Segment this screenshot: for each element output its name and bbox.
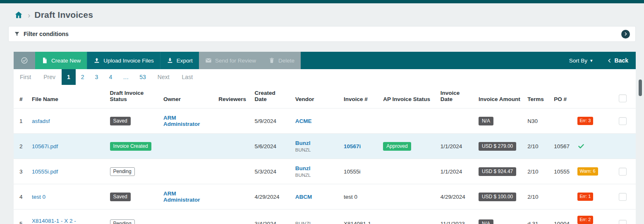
filter-conditions-bar[interactable]: Filter conditions (8, 26, 636, 42)
file-name-link[interactable]: test 0 (32, 194, 45, 200)
upload-invoice-files-button[interactable]: Upload Invoice Files (87, 52, 160, 69)
download-icon (167, 57, 173, 64)
column-header-invoice-: Invoice # (340, 85, 380, 108)
vendor-cell: BunzlBUNZL (292, 159, 340, 184)
vendor-link[interactable]: ACME (295, 118, 312, 124)
pagination-page-1[interactable]: 1 (62, 69, 76, 85)
select-all-checkbox[interactable] (619, 94, 627, 102)
draft-status-cell: Saved (107, 108, 160, 134)
column-header-owner: Owner (160, 85, 215, 108)
pagination-last[interactable]: Last (176, 69, 199, 85)
vendor-cell: ABCM (292, 184, 340, 210)
amount-badge: N/A (479, 117, 493, 125)
vendor-link[interactable]: Bunzl (295, 140, 311, 146)
filter-expand-button[interactable] (621, 30, 630, 39)
pagination-page-2[interactable]: 2 (76, 69, 90, 85)
filter-label: Filter conditions (24, 31, 69, 37)
checkbox-cell (615, 184, 636, 210)
po-number-cell (551, 184, 574, 210)
checkbox-cell (615, 108, 636, 134)
row-number: 1 (14, 108, 29, 134)
po-number-cell: 10004 (551, 210, 574, 224)
file-name-link[interactable]: 10555i.pdf (32, 169, 58, 175)
checkbox-cell (615, 159, 636, 184)
export-label: Export (177, 58, 193, 64)
invoice-date-cell (437, 108, 475, 134)
column-header-created-date: Created Date (251, 85, 292, 108)
error-count-badge: Err: 3 (577, 117, 594, 125)
column-header-vendor: Vendor (292, 85, 340, 108)
back-button[interactable]: Back (599, 52, 636, 69)
pagination-page-3[interactable]: 3 (90, 69, 104, 85)
scrollbar-thumb[interactable] (639, 79, 642, 96)
column-header-invoice-amount: Invoice Amount (475, 85, 524, 108)
file-name-link[interactable]: 10567i.pdf (32, 143, 58, 149)
owner-link[interactable]: ARM Administrator (163, 190, 200, 203)
draft-status-cell: Saved (107, 184, 160, 210)
send-for-review-label: Send for Review (215, 58, 256, 64)
send-for-review-button[interactable]: Send for Review (199, 52, 262, 69)
breadcrumb-chevron-icon: › (28, 11, 30, 19)
create-new-label: Create New (51, 58, 81, 64)
file-name-link[interactable]: asfadsf (32, 118, 50, 124)
owner-link[interactable]: ARM Administrator (163, 115, 200, 127)
column-header-file-name: File Name (29, 85, 107, 108)
ap-status-cell (380, 210, 437, 224)
file-name-cell: asfadsf (29, 108, 107, 134)
error-count-badge: Err: 1 (577, 193, 594, 201)
pagination-page-4[interactable]: 4 (103, 69, 117, 85)
upload-label: Upload Invoice Files (103, 58, 154, 64)
home-icon[interactable] (14, 10, 24, 19)
sort-by-button[interactable]: Sort By ▾ (563, 52, 599, 69)
pagination-next[interactable]: Next (151, 69, 176, 85)
sort-by-label: Sort By (569, 58, 587, 64)
row-checkbox[interactable] (619, 117, 627, 125)
delete-label: Delete (278, 58, 294, 64)
invoice-row: 1asfadsfSavedARM Administrator5/9/2024AC… (14, 108, 636, 134)
ap-status-badge: Approved (383, 142, 411, 151)
row-checkbox[interactable] (619, 193, 627, 201)
validation-cell: Err: 2Warn: 29 (574, 210, 615, 224)
reviewers-cell (215, 159, 251, 184)
create-new-button[interactable]: Create New (35, 52, 87, 69)
page-title: Draft Invoices (34, 10, 93, 20)
terms-cell: N30 (524, 108, 551, 134)
validation-cell: Err: 3 (574, 108, 615, 134)
invoice-number-link[interactable]: 10567i (344, 143, 361, 149)
trash-icon (268, 57, 275, 64)
invoice-row: 5X814081-1 - X 2 - Break.PDFPending3/4/2… (14, 210, 636, 224)
pagination-page-…[interactable]: … (117, 69, 134, 85)
draft-status-badge: Saved (110, 117, 131, 125)
pagination-first[interactable]: First (14, 69, 37, 85)
terms-cell: d 31 (524, 210, 551, 224)
vendor-link[interactable]: Bunzl (295, 165, 311, 171)
draft-status-badge: Saved (110, 193, 131, 201)
vendor-link[interactable]: ABCM (295, 194, 312, 200)
pagination: First Prev 1234…53 Next Last (14, 69, 636, 85)
select-all-button[interactable] (14, 52, 35, 69)
pagination-page-53[interactable]: 53 (134, 69, 151, 85)
created-date-cell: 5/6/2024 (251, 134, 292, 159)
column-header-terms: Terms (524, 85, 551, 108)
file-name-cell: 10555i.pdf (29, 159, 107, 184)
amount-badge: USD $ 100.00 (479, 193, 516, 201)
invoice-amount-cell: N/A (475, 108, 524, 134)
row-number: 3 (14, 159, 29, 184)
created-date-cell: 5/9/2024 (251, 108, 292, 134)
terms-cell: 2/10 (524, 184, 551, 210)
vendor-cell: ACME (292, 108, 340, 134)
file-name-cell: X814081-1 - X 2 - Break.PDF (29, 210, 107, 224)
pagination-prev[interactable]: Prev (37, 69, 62, 85)
delete-button[interactable]: Delete (262, 52, 301, 69)
draft-status-cell: Pending (107, 159, 160, 184)
file-name-link[interactable]: X814081-1 - X 2 - Break.PDF (32, 218, 76, 224)
top-accent-bar (0, 0, 644, 3)
invoice-number-cell (340, 108, 380, 134)
reviewers-cell (215, 184, 251, 210)
row-checkbox[interactable] (619, 220, 627, 224)
upload-icon (93, 57, 100, 64)
po-number-cell: 10567 (551, 134, 574, 159)
export-button[interactable]: Export (160, 52, 199, 69)
row-checkbox[interactable] (619, 168, 627, 176)
owner-cell (160, 159, 215, 184)
